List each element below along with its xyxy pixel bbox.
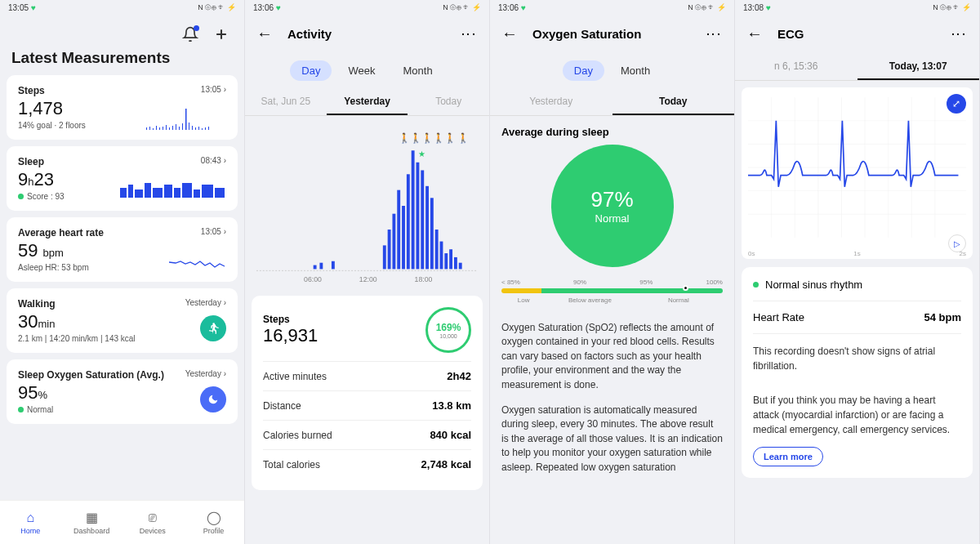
devices-icon: ⎚ <box>149 511 157 525</box>
tab-prev[interactable]: Sat, Jun 25 <box>245 89 327 115</box>
recording-tabs: n 6, 15:36 Today, 13:07 <box>735 52 979 81</box>
nav-dashboard[interactable]: ▦Dashboard <box>61 501 122 544</box>
svg-rect-17 <box>202 128 203 130</box>
nav-devices[interactable]: ⎚Devices <box>122 501 184 544</box>
svg-rect-41 <box>412 150 415 269</box>
back-button[interactable]: ← <box>746 25 763 43</box>
svg-rect-12 <box>185 109 187 130</box>
ecg-note-2: But if you think you may be having a hea… <box>753 383 961 447</box>
tab-today[interactable]: Today <box>612 89 735 115</box>
svg-rect-13 <box>189 123 189 130</box>
svg-rect-42 <box>416 163 420 270</box>
nav-home[interactable]: ⌂Home <box>0 501 61 544</box>
seg-month[interactable]: Month <box>609 60 662 81</box>
svg-text:🚶: 🚶 <box>457 132 470 144</box>
svg-rect-27 <box>182 183 192 198</box>
hr-label: Average heart rate <box>18 227 226 239</box>
tab-yesterday[interactable]: Yesterday <box>327 89 408 115</box>
sleep-chart <box>120 181 226 201</box>
page-title: ECG <box>777 27 935 41</box>
svg-rect-23 <box>145 183 151 198</box>
card-timestamp: Yesterday <box>185 369 226 378</box>
stat-total-calories: Total calories2,748 kcal <box>263 450 471 479</box>
nav-profile[interactable]: ◯Profile <box>183 501 244 544</box>
plus-icon[interactable] <box>213 26 229 42</box>
back-button[interactable]: ← <box>501 25 518 43</box>
stat-active-minutes: Active minutes2h42 <box>263 362 471 391</box>
walking-card[interactable]: Walking Yesterday 30min 2.1 km | 14:20 m… <box>7 288 238 353</box>
svg-rect-46 <box>435 230 439 269</box>
svg-rect-30 <box>215 188 225 198</box>
steps-card[interactable]: Steps 13:05 1,478 14% goal · 2 floors <box>7 75 238 140</box>
svg-rect-4 <box>159 127 160 130</box>
svg-rect-50 <box>454 257 457 270</box>
svg-rect-49 <box>449 249 452 269</box>
svg-rect-11 <box>182 123 183 130</box>
home-icon: ⌂ <box>27 511 35 525</box>
svg-rect-15 <box>195 127 196 130</box>
svg-rect-19 <box>208 127 209 130</box>
steps-label: Steps <box>263 314 318 325</box>
seg-week[interactable]: Week <box>336 60 386 81</box>
back-button[interactable]: ← <box>256 25 273 43</box>
svg-rect-24 <box>153 188 163 198</box>
svg-rect-20 <box>120 188 127 198</box>
ecg-heart-rate: Heart Rate54 bpm <box>753 301 961 334</box>
moon-icon <box>200 386 226 412</box>
activity-chart: 🚶🚶🚶🚶🚶🚶 ★ 06:0012:0018:00 <box>245 116 489 288</box>
stat-calories: Calories burned840 kcal <box>263 421 471 450</box>
spo2-description-2: Oxygen saturation is automatically measu… <box>501 404 723 475</box>
learn-more-button[interactable]: Learn more <box>753 447 823 466</box>
goal-ring: 169% 10,000 <box>425 307 471 353</box>
hr-sparkline <box>169 256 226 272</box>
sleep-card[interactable]: Sleep 08:43 9h23 Score : 93 <box>7 146 238 211</box>
menu-icon[interactable]: ⋮ <box>705 27 723 40</box>
walking-icon <box>200 315 226 341</box>
svg-rect-44 <box>425 186 429 270</box>
svg-rect-6 <box>166 125 167 130</box>
status-bar: 13:06♥ N ⦾ ⊕ ᯤ ⚡ <box>490 0 734 15</box>
svg-rect-37 <box>392 214 395 270</box>
spo2-card[interactable]: Sleep Oxygen Saturation (Avg.) Yesterday… <box>7 359 238 424</box>
steps-label: Steps <box>18 85 226 96</box>
menu-icon[interactable]: ⋮ <box>950 27 968 40</box>
activity-screen: 13:06♥ N ⦾ ⊕ ᯤ ⚡ ← Activity ⋮ Day Week M… <box>245 0 490 544</box>
expand-icon[interactable]: ⤢ <box>947 94 966 114</box>
period-segment: Day Month <box>490 52 734 89</box>
svg-rect-22 <box>135 190 143 198</box>
svg-text:18:00: 18:00 <box>415 275 433 283</box>
dashboard-icon: ▦ <box>86 510 98 525</box>
heart-rate-card[interactable]: Average heart rate 13:05 59 bpm Asleep H… <box>7 217 238 282</box>
page-title: Oxygen Saturation <box>532 27 690 41</box>
menu-icon[interactable]: ⋮ <box>460 27 478 40</box>
tab-yesterday[interactable]: Yesterday <box>490 89 612 115</box>
spo2-gauge: 97% Normal <box>551 145 674 267</box>
svg-rect-16 <box>198 127 199 130</box>
tab-prev[interactable]: n 6, 15:36 <box>735 52 858 80</box>
page-title: Activity <box>287 27 445 41</box>
svg-rect-51 <box>459 263 462 270</box>
svg-rect-40 <box>407 174 410 269</box>
svg-rect-9 <box>176 124 176 130</box>
ecg-result-card: Normal sinus rhythm Heart Rate54 bpm Thi… <box>742 267 973 478</box>
date-tabs: Yesterday Today <box>490 89 734 116</box>
tab-today[interactable]: Today, 13:07 <box>858 52 980 80</box>
svg-rect-18 <box>205 127 206 130</box>
steps-total: 16,931 <box>263 325 318 346</box>
svg-text:12:00: 12:00 <box>359 275 377 283</box>
card-timestamp: 13:05 <box>201 227 226 236</box>
svg-rect-25 <box>164 185 172 198</box>
svg-rect-1 <box>149 127 150 130</box>
seg-month[interactable]: Month <box>391 60 443 81</box>
tab-today[interactable]: Today <box>408 89 489 115</box>
svg-rect-21 <box>128 185 133 198</box>
steps-sparkline <box>145 107 226 130</box>
bell-icon[interactable] <box>182 26 198 42</box>
svg-rect-39 <box>402 206 405 269</box>
status-bar: 13:06♥ N ⦾ ⊕ ᯤ ⚡ <box>245 0 489 15</box>
walking-value: 30min <box>18 311 226 332</box>
svg-text:★: ★ <box>418 149 425 158</box>
seg-day[interactable]: Day <box>563 60 604 81</box>
date-tabs: Sat, Jun 25 Yesterday Today <box>245 89 489 116</box>
seg-day[interactable]: Day <box>290 60 332 81</box>
